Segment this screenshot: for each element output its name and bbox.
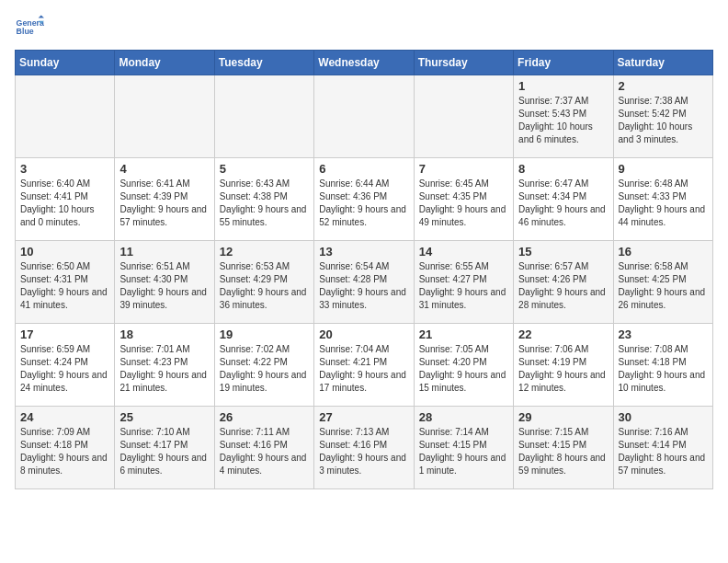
- day-info: Sunrise: 7:13 AM Sunset: 4:16 PM Dayligh…: [319, 426, 408, 477]
- calendar-cell: 17Sunrise: 6:59 AM Sunset: 4:24 PM Dayli…: [16, 324, 115, 407]
- day-info: Sunrise: 6:45 AM Sunset: 4:35 PM Dayligh…: [419, 178, 508, 229]
- calendar-week-row: 17Sunrise: 6:59 AM Sunset: 4:24 PM Dayli…: [16, 324, 713, 407]
- day-number: 12: [220, 245, 309, 259]
- calendar-cell: 26Sunrise: 7:11 AM Sunset: 4:16 PM Dayli…: [214, 407, 313, 489]
- day-info: Sunrise: 6:54 AM Sunset: 4:28 PM Dayligh…: [319, 260, 408, 312]
- calendar-cell: 6Sunrise: 6:44 AM Sunset: 4:36 PM Daylig…: [314, 158, 414, 241]
- day-info: Sunrise: 7:01 AM Sunset: 4:23 PM Dayligh…: [119, 343, 209, 395]
- day-info: Sunrise: 6:41 AM Sunset: 4:39 PM Dayligh…: [119, 178, 209, 229]
- calendar-week-row: 1Sunrise: 7:37 AM Sunset: 5:43 PM Daylig…: [16, 75, 713, 158]
- day-info: Sunrise: 6:43 AM Sunset: 4:38 PM Dayligh…: [220, 178, 309, 229]
- day-number: 6: [319, 162, 408, 176]
- day-info: Sunrise: 7:38 AM Sunset: 5:42 PM Dayligh…: [619, 95, 708, 146]
- day-number: 23: [619, 327, 708, 341]
- calendar-cell: 11Sunrise: 6:51 AM Sunset: 4:30 PM Dayli…: [115, 241, 214, 324]
- calendar-cell: 23Sunrise: 7:08 AM Sunset: 4:18 PM Dayli…: [613, 324, 712, 407]
- day-info: Sunrise: 7:05 AM Sunset: 4:20 PM Dayligh…: [419, 343, 508, 395]
- day-number: 8: [518, 162, 608, 176]
- calendar-cell: 18Sunrise: 7:01 AM Sunset: 4:23 PM Dayli…: [115, 324, 214, 407]
- page-header: General Blue: [15, 15, 713, 40]
- day-info: Sunrise: 7:11 AM Sunset: 4:16 PM Dayligh…: [220, 426, 309, 477]
- day-info: Sunrise: 6:57 AM Sunset: 4:26 PM Dayligh…: [518, 260, 608, 312]
- calendar-cell: 28Sunrise: 7:14 AM Sunset: 4:15 PM Dayli…: [414, 407, 513, 489]
- logo: General Blue: [15, 15, 44, 40]
- calendar-cell: 3Sunrise: 6:40 AM Sunset: 4:41 PM Daylig…: [16, 158, 115, 241]
- day-number: 15: [518, 245, 608, 259]
- day-number: 2: [619, 79, 708, 93]
- day-info: Sunrise: 6:58 AM Sunset: 4:25 PM Dayligh…: [619, 260, 708, 312]
- header-tuesday: Tuesday: [214, 51, 313, 75]
- calendar-cell: 5Sunrise: 6:43 AM Sunset: 4:38 PM Daylig…: [214, 158, 313, 241]
- day-info: Sunrise: 7:04 AM Sunset: 4:21 PM Dayligh…: [319, 343, 408, 395]
- day-info: Sunrise: 7:16 AM Sunset: 4:14 PM Dayligh…: [619, 426, 708, 477]
- day-info: Sunrise: 7:10 AM Sunset: 4:17 PM Dayligh…: [119, 426, 209, 477]
- header-saturday: Saturday: [613, 51, 712, 75]
- day-number: 16: [619, 245, 708, 259]
- day-number: 25: [119, 410, 209, 424]
- day-number: 3: [20, 162, 109, 176]
- day-number: 10: [20, 245, 109, 259]
- calendar-cell: 8Sunrise: 6:47 AM Sunset: 4:34 PM Daylig…: [514, 158, 613, 241]
- day-info: Sunrise: 7:09 AM Sunset: 4:18 PM Dayligh…: [20, 426, 109, 477]
- calendar-header-row: SundayMondayTuesdayWednesdayThursdayFrid…: [16, 51, 713, 75]
- day-number: 17: [20, 327, 109, 341]
- day-info: Sunrise: 6:59 AM Sunset: 4:24 PM Dayligh…: [20, 343, 109, 395]
- calendar-cell: 7Sunrise: 6:45 AM Sunset: 4:35 PM Daylig…: [414, 158, 513, 241]
- day-number: 30: [619, 410, 708, 424]
- day-info: Sunrise: 6:44 AM Sunset: 4:36 PM Dayligh…: [319, 178, 408, 229]
- calendar-cell: 4Sunrise: 6:41 AM Sunset: 4:39 PM Daylig…: [115, 158, 214, 241]
- day-number: 29: [518, 410, 608, 424]
- day-number: 26: [220, 410, 309, 424]
- day-number: 14: [419, 245, 508, 259]
- day-number: 19: [220, 327, 309, 341]
- header-sunday: Sunday: [16, 51, 115, 75]
- day-number: 21: [419, 327, 508, 341]
- day-number: 4: [119, 162, 209, 176]
- calendar-week-row: 24Sunrise: 7:09 AM Sunset: 4:18 PM Dayli…: [16, 407, 713, 489]
- calendar-cell: 10Sunrise: 6:50 AM Sunset: 4:31 PM Dayli…: [16, 241, 115, 324]
- day-info: Sunrise: 6:53 AM Sunset: 4:29 PM Dayligh…: [220, 260, 309, 312]
- calendar-cell: 19Sunrise: 7:02 AM Sunset: 4:22 PM Dayli…: [214, 324, 313, 407]
- day-number: 18: [119, 327, 209, 341]
- calendar-week-row: 10Sunrise: 6:50 AM Sunset: 4:31 PM Dayli…: [16, 241, 713, 324]
- svg-marker-2: [39, 15, 44, 17]
- calendar-cell: 25Sunrise: 7:10 AM Sunset: 4:17 PM Dayli…: [115, 407, 214, 489]
- calendar-cell: 2Sunrise: 7:38 AM Sunset: 5:42 PM Daylig…: [613, 75, 712, 158]
- day-number: 22: [518, 327, 608, 341]
- calendar-cell: 29Sunrise: 7:15 AM Sunset: 4:15 PM Dayli…: [514, 407, 613, 489]
- calendar-cell: 22Sunrise: 7:06 AM Sunset: 4:19 PM Dayli…: [514, 324, 613, 407]
- day-number: 28: [419, 410, 508, 424]
- calendar-cell: 13Sunrise: 6:54 AM Sunset: 4:28 PM Dayli…: [314, 241, 414, 324]
- calendar-cell: 14Sunrise: 6:55 AM Sunset: 4:27 PM Dayli…: [414, 241, 513, 324]
- day-number: 5: [220, 162, 309, 176]
- calendar-table: SundayMondayTuesdayWednesdayThursdayFrid…: [15, 50, 713, 489]
- calendar-cell: 15Sunrise: 6:57 AM Sunset: 4:26 PM Dayli…: [514, 241, 613, 324]
- calendar-cell: 27Sunrise: 7:13 AM Sunset: 4:16 PM Dayli…: [314, 407, 414, 489]
- calendar-cell: 1Sunrise: 7:37 AM Sunset: 5:43 PM Daylig…: [514, 75, 613, 158]
- day-number: 1: [518, 79, 608, 93]
- day-info: Sunrise: 6:50 AM Sunset: 4:31 PM Dayligh…: [20, 260, 109, 312]
- calendar-cell: 12Sunrise: 6:53 AM Sunset: 4:29 PM Dayli…: [214, 241, 313, 324]
- svg-text:Blue: Blue: [17, 27, 34, 36]
- calendar-cell: 20Sunrise: 7:04 AM Sunset: 4:21 PM Dayli…: [314, 324, 414, 407]
- header-wednesday: Wednesday: [314, 51, 414, 75]
- calendar-cell: 24Sunrise: 7:09 AM Sunset: 4:18 PM Dayli…: [16, 407, 115, 489]
- day-number: 7: [419, 162, 508, 176]
- day-number: 27: [319, 410, 408, 424]
- calendar-week-row: 3Sunrise: 6:40 AM Sunset: 4:41 PM Daylig…: [16, 158, 713, 241]
- day-number: 9: [619, 162, 708, 176]
- calendar-cell: [16, 75, 115, 158]
- calendar-cell: 9Sunrise: 6:48 AM Sunset: 4:33 PM Daylig…: [613, 158, 712, 241]
- day-info: Sunrise: 7:37 AM Sunset: 5:43 PM Dayligh…: [518, 95, 608, 146]
- day-info: Sunrise: 7:08 AM Sunset: 4:18 PM Dayligh…: [619, 343, 708, 395]
- header-thursday: Thursday: [414, 51, 513, 75]
- day-info: Sunrise: 6:40 AM Sunset: 4:41 PM Dayligh…: [20, 178, 109, 229]
- day-info: Sunrise: 6:47 AM Sunset: 4:34 PM Dayligh…: [518, 178, 608, 229]
- calendar-cell: 16Sunrise: 6:58 AM Sunset: 4:25 PM Dayli…: [613, 241, 712, 324]
- day-number: 24: [20, 410, 109, 424]
- header-friday: Friday: [514, 51, 613, 75]
- day-info: Sunrise: 6:55 AM Sunset: 4:27 PM Dayligh…: [419, 260, 508, 312]
- day-info: Sunrise: 6:48 AM Sunset: 4:33 PM Dayligh…: [619, 178, 708, 229]
- day-info: Sunrise: 7:06 AM Sunset: 4:19 PM Dayligh…: [518, 343, 608, 395]
- calendar-cell: [115, 75, 214, 158]
